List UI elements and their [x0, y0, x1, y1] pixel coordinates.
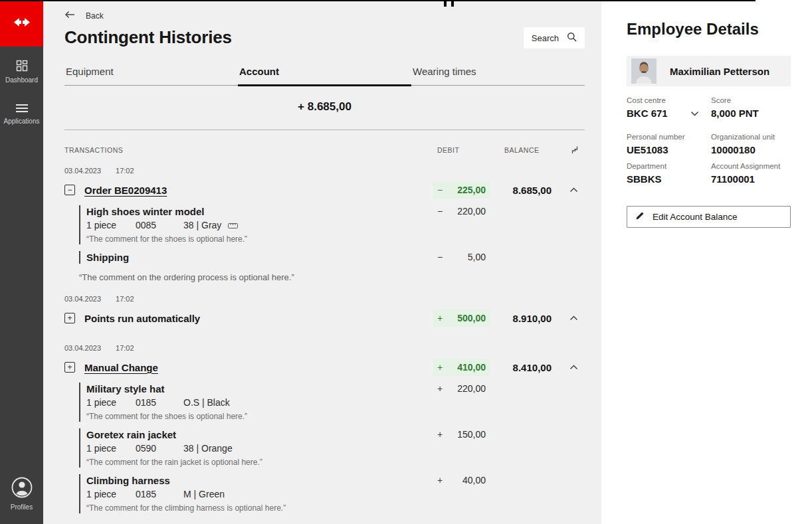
transaction-title-link[interactable]: Order BE0209413 — [84, 185, 167, 196]
transaction-group-header: + Manual Change + 410,00 8.410,00 — [64, 359, 585, 376]
sbb-double-arrow-icon — [12, 17, 32, 30]
item-sign: + — [437, 475, 443, 485]
field-label: Account Assignment — [711, 162, 791, 170]
transaction-time: 17:02 — [116, 344, 134, 352]
field-organizational-unit: Organizational unit 10000180 — [711, 133, 791, 155]
edit-account-balance-label: Edit Account Balance — [653, 212, 738, 222]
transaction-date-row: 03.04.2023 17:02 — [64, 344, 585, 352]
collapse-rows-icon[interactable] — [555, 145, 585, 155]
debit-amount: 225,00 — [457, 185, 486, 195]
back-button[interactable]: Back — [64, 11, 124, 21]
item-variant: M | Green — [183, 488, 225, 501]
edit-account-balance-button[interactable]: Edit Account Balance — [627, 206, 791, 228]
transaction-item: Climbing harness 1 piece 0185 M | Green … — [64, 474, 585, 513]
transactions-table-header: TRANSACTIONS DEBIT BALANCE — [64, 145, 585, 155]
ruler-icon — [228, 222, 238, 229]
plus-box-icon[interactable]: + — [64, 313, 75, 323]
transaction-title-link[interactable]: Manual Change — [84, 362, 158, 373]
item-amount: 150,00 — [457, 429, 486, 440]
sidebar-item-label: Profiles — [11, 503, 33, 511]
pencil-icon — [635, 211, 645, 222]
sidebar-item-dashboard[interactable]: Dashboard — [0, 60, 43, 84]
transaction-time: 17:02 — [116, 167, 134, 175]
balance-value: 8.410,00 — [490, 362, 555, 373]
debit-sign: + — [437, 362, 443, 373]
item-variant: 38 | Gray — [183, 219, 221, 232]
item-name: Goretex rain jacket — [86, 428, 433, 441]
item-name: Climbing harness — [86, 474, 433, 487]
tab-account[interactable]: Account — [238, 66, 411, 85]
field-value: 8,000 PNT — [711, 108, 759, 119]
item-comment: “The comment for the rain jacket is opti… — [86, 458, 433, 468]
transaction-item: Military style hat 1 piece 0185 O.S | Bl… — [64, 383, 585, 422]
field-account-assignment: Account Assignment 71100001 — [711, 162, 791, 185]
debit-amount-chip: + 410,00 — [433, 359, 490, 376]
field-label: Score — [711, 96, 791, 104]
field-value: UE51083 — [627, 144, 668, 155]
chevron-up-icon[interactable] — [555, 365, 585, 370]
transaction-group-header: + Points run automatically + 500,00 8.91… — [64, 309, 585, 327]
account-balance-summary: + 8.685,00 — [64, 86, 585, 130]
item-name: Shipping — [86, 251, 433, 264]
main-content: Back Contingent Histories Search Equipme… — [43, 0, 601, 524]
tab-bar: Equipment Account Wearing times — [64, 66, 585, 86]
balance-value: 8.910,00 — [490, 313, 555, 324]
field-department: Department SBBKS — [627, 162, 711, 185]
item-name: High shoes winter model — [86, 205, 433, 218]
arrow-left-icon — [64, 11, 75, 21]
minus-box-icon[interactable]: − — [64, 185, 75, 195]
balance-value: 8.685,00 — [490, 185, 555, 196]
item-amount: 5,00 — [468, 252, 486, 262]
panel-title: Employee Details — [627, 20, 791, 39]
field-score: Score 8,000 PNT — [711, 96, 791, 119]
item-sign: + — [437, 383, 443, 394]
column-header-debit: DEBIT — [433, 146, 490, 154]
item-amount: 40,00 — [462, 475, 486, 485]
transaction-group-header: − Order BE0209413 − 225,00 8.685,00 — [64, 181, 585, 199]
item-code: 0590 — [136, 442, 183, 455]
transaction-date-row: 03.04.2023 17:02 — [64, 295, 585, 303]
debit-amount-chip: − 225,00 — [433, 181, 490, 199]
item-quantity: 1 piece — [86, 219, 136, 232]
plus-box-icon[interactable]: + — [64, 362, 75, 373]
field-value: BKC 671 — [627, 108, 668, 119]
debit-amount: 410,00 — [457, 362, 486, 373]
transaction-title: Points run automatically — [84, 313, 200, 324]
item-amount: 220,00 — [457, 206, 486, 217]
employee-fields: Cost centre BKC 671 Score 8,000 PNT Pers… — [627, 86, 791, 185]
search-button[interactable]: Search — [524, 27, 585, 48]
item-variant: O.S | Black — [183, 396, 230, 409]
field-personal-number: Personal number UE51083 — [627, 133, 711, 155]
transaction-group: 03.04.2023 17:02 + Points run automatica… — [64, 295, 585, 332]
tab-wearing-times[interactable]: Wearing times — [411, 66, 585, 85]
item-variant: 38 | Orange — [183, 442, 233, 455]
item-comment: “The comment for the climbing harness is… — [86, 503, 433, 513]
app-sidebar: Dashboard Applications Profiles — [0, 0, 43, 524]
item-code: 0085 — [136, 219, 183, 232]
sidebar-item-applications[interactable]: Applications — [0, 104, 43, 125]
item-sign: + — [437, 429, 443, 440]
item-name: Military style hat — [86, 383, 433, 395]
window-top-line — [0, 0, 756, 1]
sidebar-item-label: Applications — [4, 118, 40, 125]
window-top-notch — [444, 1, 454, 7]
sidebar-item-profiles[interactable]: Profiles — [0, 476, 43, 511]
employee-name: Maximilian Petterson — [670, 66, 769, 77]
transaction-item: High shoes winter model 1 piece 0085 38 … — [64, 205, 585, 244]
field-value: 71100001 — [711, 173, 755, 185]
transaction-time: 17:02 — [116, 295, 134, 303]
avatar — [631, 58, 657, 84]
item-code: 0185 — [136, 396, 183, 409]
order-comment: “The comment on the ordering process is … — [79, 272, 585, 283]
sbb-logo[interactable] — [0, 0, 43, 46]
employee-details-panel: Employee Details Maximilian Petterson Co… — [601, 0, 812, 524]
chevron-up-icon[interactable] — [555, 187, 585, 193]
chevron-down-icon[interactable] — [690, 111, 699, 116]
search-label: Search — [532, 33, 559, 43]
column-header-transactions: TRANSACTIONS — [64, 146, 433, 154]
tab-equipment[interactable]: Equipment — [64, 66, 238, 85]
chevron-up-icon[interactable] — [555, 315, 585, 321]
transaction-date-row: 03.04.2023 17:02 — [64, 167, 585, 175]
item-comment: “The comment for the shoes is optional h… — [86, 412, 433, 422]
debit-sign: − — [437, 185, 443, 195]
